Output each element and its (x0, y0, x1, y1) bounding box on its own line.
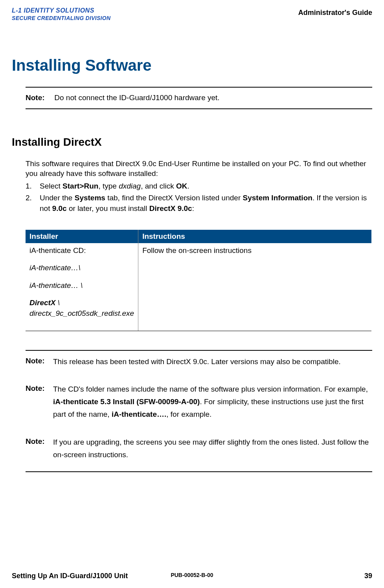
step-1: 1. Select Start>Run, type dxdiag, and cl… (26, 181, 372, 192)
divider (26, 108, 372, 109)
note-label: Note: (26, 92, 52, 104)
intro-text: This software requires that DirectX 9.0c… (26, 159, 372, 179)
instructions-cell: Follow the on-screen instructions (138, 243, 371, 331)
table-header-instructions: Instructions (138, 230, 371, 243)
section-title: Installing DirectX (12, 136, 372, 148)
page-footer: Setting Up An ID-Guard/J1000 Unit PUB-00… (0, 572, 384, 580)
notes-group: Note: This release has been tested with … (12, 351, 372, 472)
company-logo: L-1 IDENTITY SOLUTIONS SECURE CREDENTIAL… (12, 7, 110, 21)
numbered-steps: 1. Select Start>Run, type dxdiag, and cl… (26, 181, 372, 214)
logo-line-1: L-1 IDENTITY SOLUTIONS (12, 7, 110, 14)
installer-cell: iA-thenticate CD: iA-thenticate…\ iA-the… (26, 243, 138, 331)
note-tested: Note: This release has been tested with … (26, 351, 372, 378)
guide-title: Administrator's Guide (298, 9, 372, 17)
page-number: 39 (364, 572, 372, 580)
chapter-title: Installing Software (12, 57, 372, 74)
installer-table: Installer Instructions iA-thenticate CD:… (26, 230, 371, 331)
note-text: Do not connect the ID-Guard/J1000 hardwa… (54, 92, 219, 104)
note-upgrade: Note: If you are upgrading, the screens … (26, 431, 372, 472)
divider (26, 471, 372, 472)
note-text: If you are upgrading, the screens you se… (53, 436, 372, 462)
logo-line-2: SECURE CREDENTIALING DIVISION (12, 15, 110, 21)
note-label: Note: (26, 355, 47, 368)
step-number: 2. (26, 193, 40, 214)
step-2: 2. Under the Systems tab, find the Direc… (26, 193, 372, 214)
step-body: Under the Systems tab, find the DirectX … (40, 193, 372, 214)
note-label: Note: (26, 383, 47, 421)
note-text: This release has been tested with Direct… (53, 355, 372, 368)
note-folder-names: Note: The CD's folder names include the … (26, 378, 372, 431)
note-hardware: Note: Do not connect the ID-Guard/J1000 … (26, 88, 372, 108)
footer-pub-number: PUB-00052-B-00 (171, 572, 213, 578)
note-label: Note: (26, 436, 47, 462)
step-body: Select Start>Run, type dxdiag, and click… (40, 181, 372, 192)
footer-section-title: Setting Up An ID-Guard/J1000 Unit (12, 572, 128, 580)
table-row: iA-thenticate CD: iA-thenticate…\ iA-the… (26, 243, 371, 331)
table-header-installer: Installer (26, 230, 138, 243)
page-header: L-1 IDENTITY SOLUTIONS SECURE CREDENTIAL… (0, 0, 384, 21)
intro-paragraph: This software requires that DirectX 9.0c… (26, 159, 372, 179)
main-content: Installing Software Note: Do not connect… (0, 57, 384, 472)
step-number: 1. (26, 181, 40, 192)
note-text: The CD's folder names include the name o… (53, 383, 372, 421)
